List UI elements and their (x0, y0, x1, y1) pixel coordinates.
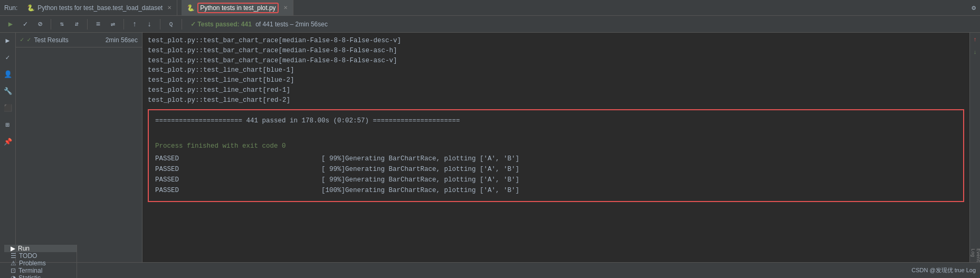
search-button[interactable]: Q (165, 18, 177, 31)
toolbar: ▶ ✓ ⊘ ⇅ ⇵ ≡ ⇌ ↑ ↓ Q ✓ Tests passed: 441 … (0, 16, 980, 33)
header-check2-icon: ✓ (27, 36, 31, 44)
bottom-bar: ▶Run☰TODO⚠Problems⊡Terminal◔Statistic🐍Py… (0, 262, 980, 278)
result-row: PASSED [ 99%]Generating BarChartRace, pl… (155, 164, 957, 175)
rerun1-button[interactable]: ⇅ (55, 18, 68, 31)
statistic-icon: ◔ (11, 274, 16, 279)
bottom-right-text: CSDN @发现优 true Log (911, 266, 976, 274)
bottom-tab-run[interactable]: ▶Run (4, 245, 77, 252)
play-button[interactable]: ▶ (4, 18, 17, 31)
run-icon: ▶ (11, 245, 15, 252)
statistic-label: Statistic (18, 274, 41, 279)
output-line: test_plot.py::test_line_chart[red-2] (148, 95, 964, 106)
test-results-label: Test Results (34, 36, 68, 44)
divider3 (123, 19, 124, 30)
tab2[interactable]: 🐍 Python tests in test_plot.py ✕ (182, 0, 293, 15)
result-row: PASSED [100%]Generating BarChartRace, pl… (155, 185, 957, 196)
align1-button[interactable]: ≡ (92, 18, 104, 31)
main-area: ▶ ✓ 👤 🔧 ⬛ ⊞ 📌 ✓ ✓ Test Results 2min 56se… (0, 33, 980, 262)
sidebar-grid-icon[interactable]: ⊞ (3, 120, 13, 130)
run-bar: Run: 🐍 Python tests for test_base.test_l… (0, 0, 980, 16)
tab1-close[interactable]: ✕ (167, 5, 172, 11)
tab1[interactable]: 🐍 Python tests for test_base.test_load_d… (22, 0, 177, 15)
bottom-tab-statistic[interactable]: ◔Statistic (4, 274, 77, 279)
test-time: 2min 56sec (106, 36, 138, 44)
status-text: ✓ Tests passed: 441 of 441 tests – 2min … (191, 21, 328, 28)
header-check-icon: ✓ (20, 36, 24, 44)
run-label: Run: (4, 4, 17, 12)
tab2-label: Python tests in test_plot.py (200, 4, 275, 12)
result-summary: ====================== 441 passed in 178… (155, 116, 957, 126)
terminal-label: Terminal (18, 267, 42, 274)
align2-button[interactable]: ⇌ (107, 18, 119, 31)
scroll-up-icon[interactable]: ↑ (971, 35, 979, 44)
problems-icon: ⚠ (11, 260, 16, 267)
result-row: PASSED [ 99%]Generating BarChartRace, pl… (155, 154, 957, 164)
rerun2-button[interactable]: ⇵ (70, 18, 83, 31)
bottom-tab-terminal[interactable]: ⊡Terminal (4, 267, 77, 274)
output-line: test_plot.py::test_bar_chart_race[median… (148, 56, 964, 66)
sidebar-wrench-icon[interactable]: 🔧 (3, 86, 13, 97)
result-empty (155, 128, 957, 139)
sidebar-check-icon[interactable]: ✓ (3, 52, 13, 63)
stop-button[interactable]: ⊘ (34, 18, 46, 31)
result-box: ====================== 441 passed in 178… (148, 109, 964, 202)
sidebar-square-icon[interactable]: ⬛ (3, 103, 13, 113)
todo-icon: ☰ (11, 252, 16, 260)
sidebar-pin-icon[interactable]: 📌 (3, 137, 13, 147)
divider2 (87, 19, 88, 30)
result-row: PASSED [ 99%]Generating BarChartRace, pl… (155, 175, 957, 185)
output-line: test_plot.py::test_line_chart[blue-1] (148, 65, 964, 75)
gear-icon[interactable]: ⚙ (972, 4, 976, 12)
check-button[interactable]: ✓ (19, 18, 32, 31)
bottom-tab-problems[interactable]: ⚠Problems (4, 260, 77, 267)
test-panel-header: ✓ ✓ Test Results 2min 56sec (16, 33, 142, 47)
output-line: test_plot.py::test_line_chart[blue-2] (148, 75, 964, 85)
tab2-label-wrapper: Python tests in test_plot.py (197, 3, 278, 13)
result-rows: PASSED [ 99%]Generating BarChartRace, pl… (155, 154, 957, 196)
result-process: Process finished with exit code 0 (155, 141, 957, 151)
output-line: test_plot.py::test_bar_chart_race[median… (148, 46, 964, 56)
output-line: test_plot.py::test_bar_chart_race[median… (148, 36, 964, 46)
test-panel: ✓ ✓ Test Results 2min 56sec (16, 33, 142, 262)
todo-label: TODO (19, 252, 37, 260)
divider1 (51, 19, 51, 30)
tab2-icon: 🐍 (187, 4, 195, 12)
divider4 (160, 19, 160, 30)
tab1-icon: 🐍 (27, 4, 35, 12)
tab2-close[interactable]: ✕ (283, 5, 288, 11)
event-log-label: Event Log (971, 251, 979, 260)
problems-label: Problems (19, 260, 46, 267)
run-label: Run (18, 245, 30, 252)
output-area: test_plot.py::test_bar_chart_race[median… (142, 33, 969, 262)
scroll-down-icon[interactable]: ↓ (971, 48, 979, 56)
tab1-label: Python tests for test_base.test_load_dat… (37, 4, 163, 12)
sidebar-run-icon[interactable]: ▶ (3, 35, 13, 46)
output-line: test_plot.py::test_line_chart[red-1] (148, 85, 964, 95)
output-lines: test_plot.py::test_bar_chart_race[median… (148, 36, 964, 105)
right-sidebar: ↑ ↓ Event Log (969, 33, 980, 262)
status-passed: ✓ Tests passed: 441 (191, 21, 252, 28)
down-button[interactable]: ↓ (143, 18, 156, 31)
divider5 (182, 19, 182, 30)
bottom-tab-todo[interactable]: ☰TODO (4, 252, 77, 260)
status-suffix: of 441 tests – 2min 56sec (255, 21, 328, 28)
up-button[interactable]: ↑ (128, 18, 141, 31)
left-sidebar: ▶ ✓ 👤 🔧 ⬛ ⊞ 📌 (0, 33, 16, 262)
terminal-icon: ⊡ (11, 267, 16, 274)
bottom-tabs: ▶Run☰TODO⚠Problems⊡Terminal◔Statistic🐍Py… (4, 245, 77, 279)
sidebar-person-icon[interactable]: 👤 (3, 69, 13, 80)
